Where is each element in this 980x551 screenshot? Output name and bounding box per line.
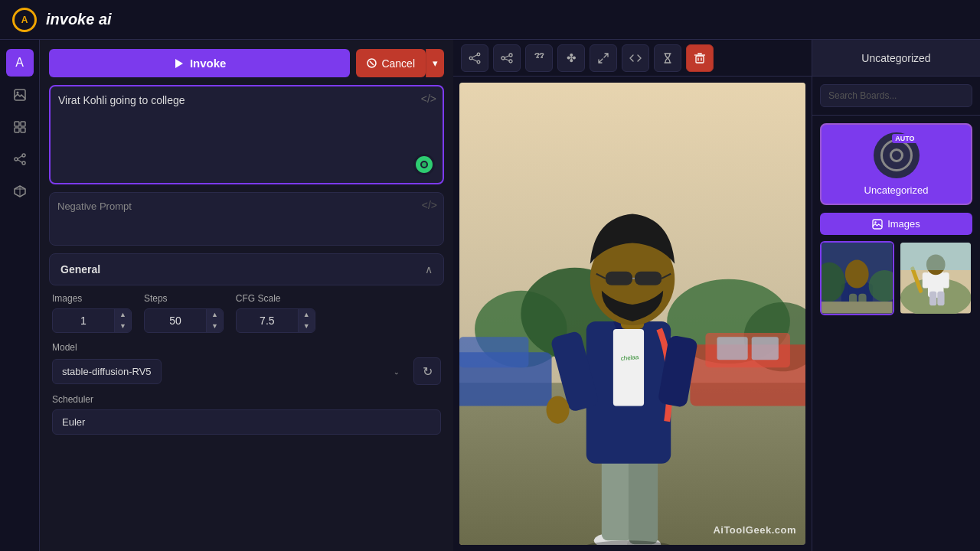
svg-point-23 bbox=[509, 60, 512, 63]
svg-rect-45 bbox=[629, 452, 658, 545]
left-panel: Invoke Cancel ▾ </> </> Negative Prompt bbox=[40, 40, 453, 551]
params-row: Images ▲ ▼ Steps ▲ bbox=[49, 293, 444, 333]
images-tab-button[interactable]: Images bbox=[820, 213, 972, 235]
steps-param: Steps ▲ ▼ bbox=[144, 293, 224, 333]
cancel-dropdown-button[interactable]: ▾ bbox=[426, 49, 444, 77]
gallery-thumb-1[interactable] bbox=[820, 241, 894, 315]
negative-prompt-code-icon[interactable]: </> bbox=[422, 199, 437, 211]
sidebar: A bbox=[0, 40, 40, 551]
svg-line-15 bbox=[370, 61, 374, 65]
sidebar-item-text[interactable]: A bbox=[6, 49, 34, 77]
general-chevron-icon: ∧ bbox=[425, 263, 433, 276]
svg-point-57 bbox=[547, 396, 570, 423]
share-button[interactable] bbox=[461, 44, 488, 72]
steps-down-button[interactable]: ▼ bbox=[207, 321, 223, 332]
prompt-box: </> bbox=[49, 85, 444, 184]
svg-line-24 bbox=[505, 55, 509, 57]
svg-rect-71 bbox=[822, 302, 893, 313]
svg-point-22 bbox=[509, 54, 512, 57]
cfg-down-button[interactable]: ▼ bbox=[299, 321, 315, 332]
scheduler-select[interactable]: Euler Euler A DPM++ DDIM bbox=[52, 409, 441, 435]
app-logo: A bbox=[12, 8, 37, 32]
use-prompt-button[interactable] bbox=[525, 44, 553, 72]
svg-rect-41 bbox=[459, 337, 528, 367]
svg-line-10 bbox=[18, 160, 22, 163]
svg-rect-47 bbox=[613, 329, 644, 406]
svg-rect-44 bbox=[602, 452, 632, 541]
watermark: AiToolGeek.com bbox=[713, 524, 796, 536]
svg-rect-77 bbox=[942, 272, 949, 289]
svg-point-6 bbox=[15, 158, 18, 161]
gallery-grid bbox=[812, 241, 980, 315]
app-title: invoke ai bbox=[46, 11, 112, 28]
svg-line-25 bbox=[505, 58, 509, 60]
right-panel: Uncategorized AUTO Uncategorized Images bbox=[812, 40, 980, 551]
steps-input[interactable] bbox=[145, 310, 206, 331]
topbar: A invoke ai bbox=[0, 0, 980, 40]
search-boards-input[interactable] bbox=[820, 84, 972, 107]
svg-rect-3 bbox=[21, 122, 25, 126]
main-layout: A bbox=[0, 40, 980, 551]
svg-point-8 bbox=[22, 161, 25, 165]
sidebar-item-cube[interactable] bbox=[6, 178, 34, 205]
uncategorized-icon: AUTO bbox=[874, 132, 920, 178]
svg-line-20 bbox=[472, 59, 478, 61]
prompt-code-icon[interactable]: </> bbox=[421, 93, 436, 105]
scheduler-label: Scheduler bbox=[52, 394, 441, 405]
uncategorized-label: Uncategorized bbox=[829, 184, 963, 196]
cfg-spinners: ▲ ▼ bbox=[298, 309, 315, 332]
invoke-button[interactable]: Invoke bbox=[49, 49, 350, 77]
sidebar-item-nodes[interactable] bbox=[6, 145, 34, 173]
svg-rect-38 bbox=[717, 337, 747, 360]
images-down-button[interactable]: ▼ bbox=[115, 321, 131, 332]
steps-up-button[interactable]: ▲ bbox=[207, 309, 223, 321]
steps-spinners: ▲ ▼ bbox=[206, 309, 223, 332]
delete-button[interactable] bbox=[686, 44, 714, 72]
steps-label: Steps bbox=[144, 293, 224, 304]
negative-prompt-box: </> Negative Prompt bbox=[49, 192, 444, 246]
auto-badge: AUTO bbox=[892, 134, 917, 143]
model-select[interactable]: stable-diffusion-RV5 stable-diffusion-v1… bbox=[52, 359, 162, 384]
images-up-button[interactable]: ▲ bbox=[115, 309, 131, 321]
general-section-header[interactable]: General ∧ bbox=[49, 253, 444, 285]
svg-point-16 bbox=[477, 53, 480, 56]
images-tab-row: Images bbox=[812, 213, 980, 241]
use-seed-button[interactable]: ✤ bbox=[557, 44, 585, 72]
svg-rect-39 bbox=[752, 337, 779, 360]
cfg-label: CFG Scale bbox=[236, 293, 315, 304]
svg-rect-2 bbox=[15, 122, 19, 126]
model-label: Model bbox=[52, 342, 441, 353]
svg-rect-81 bbox=[900, 243, 972, 270]
svg-rect-26 bbox=[696, 56, 704, 63]
svg-rect-4 bbox=[15, 128, 19, 132]
cfg-input[interactable] bbox=[237, 310, 298, 331]
cfg-up-button[interactable]: ▲ bbox=[299, 309, 315, 321]
model-refresh-button[interactable]: ↻ bbox=[413, 357, 441, 385]
steps-input-group: ▲ ▼ bbox=[144, 308, 224, 333]
generated-image: chelaa bbox=[459, 83, 805, 545]
expand-button[interactable] bbox=[590, 44, 617, 72]
images-input[interactable] bbox=[53, 310, 114, 331]
uncategorized-card[interactable]: AUTO Uncategorized bbox=[820, 123, 972, 205]
svg-point-18 bbox=[469, 57, 472, 60]
hourglass-button[interactable] bbox=[654, 44, 681, 72]
svg-marker-13 bbox=[175, 59, 183, 68]
cancel-button[interactable]: Cancel bbox=[356, 49, 426, 77]
sidebar-item-grid[interactable] bbox=[6, 113, 34, 141]
svg-rect-79 bbox=[937, 292, 944, 306]
svg-rect-52 bbox=[635, 272, 662, 285]
model-select-group: stable-diffusion-RV5 stable-diffusion-v1… bbox=[52, 357, 441, 385]
uncategorized-ring bbox=[880, 139, 913, 171]
svg-line-19 bbox=[472, 54, 478, 57]
workflow-button[interactable] bbox=[493, 44, 521, 72]
svg-rect-5 bbox=[21, 128, 25, 132]
gallery-thumb-2[interactable] bbox=[899, 241, 973, 315]
svg-line-9 bbox=[18, 156, 22, 159]
prompt-status-indicator bbox=[413, 154, 435, 175]
svg-point-64 bbox=[845, 260, 869, 289]
action-bar: Invoke Cancel ▾ bbox=[49, 49, 444, 77]
prompt-input[interactable] bbox=[58, 94, 435, 171]
sidebar-item-image[interactable] bbox=[6, 81, 34, 109]
code-view-button[interactable] bbox=[622, 44, 649, 72]
general-title: General bbox=[60, 263, 100, 276]
